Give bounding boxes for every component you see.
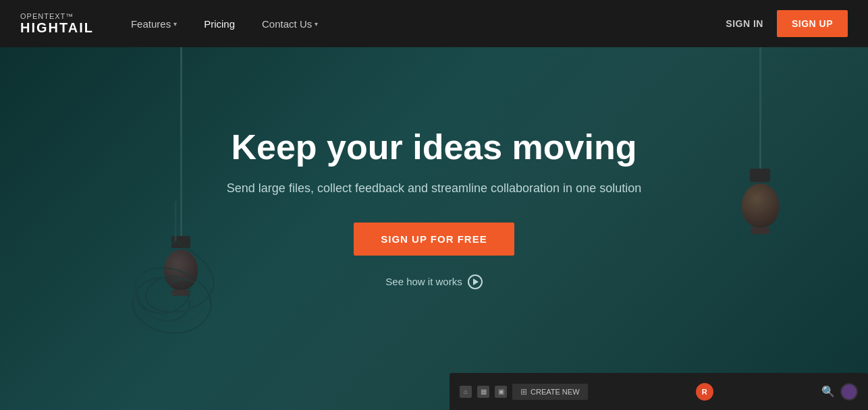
logo[interactable]: opentext™ HIGHTAIL	[20, 12, 94, 35]
contact-chevron-icon: ▾	[315, 20, 318, 28]
navbar: opentext™ HIGHTAIL Features ▾ Pricing Co…	[0, 0, 868, 47]
bulb-right-cap	[750, 169, 770, 182]
app-preview-bar: ⌂ ▦ ▣ ⊞ CREATE NEW R 🔍	[450, 373, 868, 410]
bulb-right-decoration	[733, 47, 787, 234]
hero-section: Keep your ideas moving Send large files,…	[0, 47, 868, 410]
plus-icon: ⊞	[520, 387, 527, 397]
nav-item-pricing[interactable]: Pricing	[194, 11, 245, 36]
bulb-right-globe	[742, 183, 779, 227]
pricing-label: Pricing	[204, 18, 235, 30]
play-icon	[468, 274, 483, 289]
hero-subtitle: Send large files, collect feedback and s…	[227, 181, 641, 196]
see-how-label: See how it works	[385, 276, 462, 287]
bulb-right-cord	[759, 47, 761, 169]
nav-item-features[interactable]: Features ▾	[121, 11, 187, 36]
nav-item-contact[interactable]: Contact Us ▾	[252, 11, 328, 36]
home-icon[interactable]: ⌂	[460, 386, 472, 398]
create-new-button[interactable]: ⊞ CREATE NEW	[512, 384, 588, 400]
nav-links: Features ▾ Pricing Contact Us ▾	[121, 11, 726, 36]
play-triangle-icon	[473, 279, 479, 285]
user-avatar[interactable]: R	[696, 383, 713, 401]
features-label: Features	[131, 18, 171, 30]
hero-content: Keep your ideas moving Send large files,…	[227, 127, 641, 289]
features-chevron-icon: ▾	[173, 20, 177, 28]
create-new-label: CREATE NEW	[531, 388, 580, 396]
secondary-avatar[interactable]	[840, 383, 858, 401]
sign-in-button[interactable]: SIGN IN	[726, 18, 763, 29]
grid-icon[interactable]: ▦	[477, 386, 489, 398]
app-toolbar: ⌂ ▦ ▣ ⊞ CREATE NEW R 🔍	[460, 383, 858, 401]
signup-free-button[interactable]: SIGN UP FOR FREE	[354, 223, 514, 256]
sign-up-button[interactable]: SIGN UP	[777, 10, 848, 37]
bulb-right-base	[751, 227, 769, 234]
contact-label: Contact Us	[262, 18, 312, 30]
nav-right: SIGN IN SIGN UP	[726, 10, 848, 37]
search-icon[interactable]: 🔍	[821, 385, 835, 398]
hightail-label: HIGHTAIL	[20, 20, 94, 35]
see-how-link[interactable]: See how it works	[227, 274, 641, 289]
columns-icon[interactable]: ▣	[495, 386, 507, 398]
hero-title: Keep your ideas moving	[227, 127, 641, 168]
opentext-label: opentext™	[20, 12, 94, 20]
